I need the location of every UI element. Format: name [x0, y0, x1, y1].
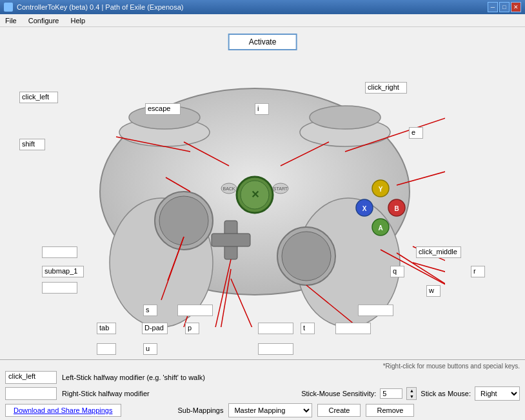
main-area: Activate: [0, 27, 525, 420]
svg-text:A: A: [378, 225, 382, 232]
activate-button[interactable]: Activate: [228, 34, 297, 50]
master-mapping-select[interactable]: Master Mapping: [228, 403, 312, 417]
label-s[interactable]: s: [143, 305, 157, 316]
svg-text:START: START: [273, 186, 288, 191]
label-i[interactable]: i: [255, 103, 269, 115]
menu-configure[interactable]: Configure: [26, 16, 62, 25]
stick-as-mouse-label: Stick as Mouse:: [421, 390, 471, 397]
menu-file[interactable]: File: [3, 16, 19, 25]
create-button[interactable]: Create: [317, 404, 361, 417]
controller-svg: ✕ A B X Y BACK START: [64, 56, 445, 327]
download-button[interactable]: Download and Share Mappings: [5, 404, 121, 417]
label-tab[interactable]: tab: [97, 323, 116, 334]
label-submap1[interactable]: submap_1: [42, 266, 84, 277]
svg-rect-12: [212, 234, 250, 246]
label-click-left-top[interactable]: click_left: [19, 92, 58, 103]
title-bar: ControllerToKey (beta) 0.4 | Path of Exi…: [0, 0, 525, 14]
bottom-row3: Download and Share Mappings Sub-Mappings…: [5, 403, 520, 417]
label-shift[interactable]: shift: [19, 139, 45, 150]
svg-text:B: B: [394, 205, 399, 212]
svg-text:BACK: BACK: [223, 186, 235, 191]
svg-text:✕: ✕: [251, 189, 259, 200]
menu-bar: File Configure Help: [0, 14, 525, 27]
label-u[interactable]: u: [143, 343, 157, 355]
sensitivity-spinner[interactable]: ▲ ▼: [406, 387, 417, 400]
sensitivity-input[interactable]: [380, 388, 402, 399]
window-title: ControllerToKey (beta) 0.4 | Path of Exi…: [17, 3, 183, 11]
label-p[interactable]: p: [185, 323, 199, 334]
minimize-button[interactable]: ─: [488, 2, 498, 12]
svg-point-8: [159, 196, 208, 245]
svg-point-6: [310, 106, 381, 129]
label-empty8[interactable]: [258, 343, 293, 355]
bottom-panel: *Right-click for mouse buttons and speci…: [0, 359, 525, 420]
right-click-note: *Right-click for mouse buttons and speci…: [5, 363, 520, 370]
svg-point-10: [282, 232, 331, 281]
label-click-right[interactable]: click_right: [365, 82, 407, 94]
maximize-button[interactable]: □: [499, 2, 510, 12]
label-r[interactable]: r: [471, 266, 485, 277]
label-escape[interactable]: escape: [145, 103, 181, 115]
label-empty7[interactable]: [97, 343, 116, 355]
bottom-row2: Right-Stick halfway modifier Stick-Mouse…: [5, 386, 520, 401]
svg-text:Y: Y: [379, 186, 383, 193]
label-w[interactable]: w: [426, 285, 441, 297]
sensitivity-label: Stick-Mouse Sensitivity:: [301, 390, 376, 397]
label-empty5[interactable]: [258, 323, 293, 334]
remove-button[interactable]: Remove: [366, 404, 414, 417]
app-icon: [4, 3, 13, 12]
label-dpad[interactable]: D-pad: [142, 323, 168, 334]
svg-text:X: X: [362, 205, 367, 212]
stick-right-label[interactable]: [5, 387, 57, 400]
window-controls: ─ □ ✕: [488, 2, 521, 12]
label-t[interactable]: t: [301, 323, 315, 334]
label-empty4[interactable]: [177, 305, 213, 316]
label-click-middle[interactable]: click_middle: [416, 246, 461, 258]
bottom-row1: click_left Left-Stick halfway modifier (…: [5, 371, 520, 384]
stick-as-mouse-select[interactable]: Left Right None: [475, 386, 520, 401]
label-q[interactable]: q: [390, 266, 404, 277]
spinner-up[interactable]: ▲: [407, 388, 416, 394]
stick-left-desc: Left-Stick halfway modifier (e.g. 'shift…: [62, 374, 205, 381]
spinner-down[interactable]: ▼: [407, 394, 416, 399]
label-e[interactable]: e: [409, 127, 423, 139]
menu-help[interactable]: Help: [68, 16, 88, 25]
sub-mappings-label: Sub-Mappings: [178, 406, 224, 414]
stick-right-desc: Right-Stick halfway modifier: [62, 390, 150, 397]
label-empty6[interactable]: [335, 323, 371, 334]
label-empty3[interactable]: [358, 305, 393, 316]
controller-image: ✕ A B X Y BACK START: [64, 56, 445, 327]
close-button[interactable]: ✕: [511, 2, 521, 12]
stick-left-label[interactable]: click_left: [5, 371, 57, 384]
label-empty2[interactable]: [42, 282, 77, 294]
label-empty1[interactable]: [42, 246, 77, 258]
